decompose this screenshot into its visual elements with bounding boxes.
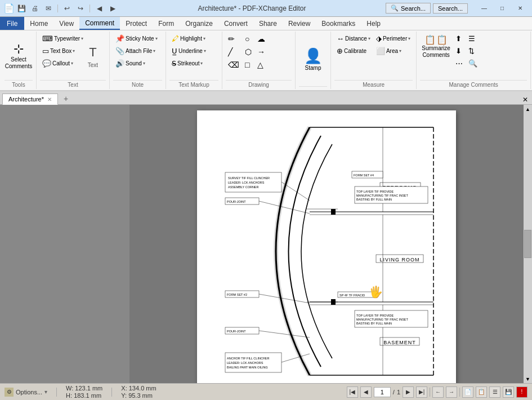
single-page-button[interactable]: 📄 — [462, 386, 473, 398]
menu-organize[interactable]: Organize — [180, 17, 218, 30]
menu-file[interactable]: File — [0, 17, 24, 30]
stamp-group-label — [299, 86, 327, 89]
prev-page-button[interactable]: ◀ — [360, 386, 372, 398]
highlight-button[interactable]: 🖍 Highlight ▾ — [169, 33, 208, 45]
position-group: X: 134.0 mm Y: 95.3 mm — [121, 385, 156, 399]
filter-button[interactable]: 🔍 — [466, 57, 480, 69]
perimeter-button[interactable]: ⬗ Perimeter ▾ — [374, 33, 413, 45]
next-page-button[interactable]: ▶ — [403, 386, 414, 398]
export-comments-button[interactable]: ⬇ — [453, 45, 465, 57]
callout-button[interactable]: 💬 Callout ▾ — [40, 57, 86, 69]
menu-help[interactable]: Help — [361, 17, 386, 30]
document-area[interactable]: BEDROOMS LIVING ROOM BASEMENT SURVEY TIF… — [129, 105, 524, 383]
import-comments-button[interactable]: ⬆ — [453, 33, 465, 45]
menu-share[interactable]: Share — [253, 17, 283, 30]
menu-bookmarks[interactable]: Bookmarks — [316, 17, 361, 30]
toolbar-separator-2 — [90, 5, 90, 12]
line-button[interactable]: ╱ — [226, 46, 242, 58]
underline-button[interactable]: U̲ Underline ▾ — [169, 45, 208, 57]
text-label: Text — [87, 62, 99, 68]
calibrate-button[interactable]: ⊕ Calibrate — [334, 45, 373, 57]
undo-button[interactable]: ↩ — [61, 3, 73, 14]
textbox-button[interactable]: ▭ Text Box ▾ — [40, 45, 86, 57]
close-all-tabs-button[interactable]: ✕ — [521, 95, 530, 104]
eraser-button[interactable]: ⌫ — [226, 59, 242, 71]
svg-text:ANCHOR TIF FILL CLINCHER: ANCHOR TIF FILL CLINCHER — [227, 357, 270, 360]
more-comments-button[interactable]: ⋯ — [453, 57, 465, 69]
main-area: BEDROOMS LIVING ROOM BASEMENT SURVEY TIF… — [0, 105, 532, 383]
save-button[interactable]: 💾 — [16, 3, 27, 14]
cloud-button[interactable]: ☁ — [255, 33, 267, 45]
circle-button[interactable]: ○ — [243, 33, 254, 45]
textbox-icon: ▭ — [42, 47, 49, 55]
print-button[interactable]: 🖨 — [29, 3, 41, 14]
first-page-button[interactable]: |◀ — [347, 386, 358, 398]
options-icon[interactable]: ⚙ — [5, 388, 14, 397]
menu-comment[interactable]: Comment — [79, 17, 120, 30]
menu-home[interactable]: Home — [24, 17, 53, 30]
save-status-button[interactable]: 💾 — [503, 386, 514, 398]
text-button[interactable]: T — [87, 43, 99, 61]
arrow-button[interactable]: → — [255, 46, 267, 58]
menu-convert[interactable]: Convert — [218, 17, 253, 30]
typewriter-button[interactable]: ⌨ Typewriter ▾ — [40, 33, 86, 45]
stamp-button[interactable]: 👤 Stamp — [299, 45, 327, 74]
last-page-button[interactable]: ▶| — [416, 386, 427, 398]
sticky-note-button[interactable]: 📌 Sticky Note ▾ — [113, 33, 160, 45]
scroll-up-button[interactable]: ▲ — [524, 105, 532, 113]
email-button[interactable]: ✉ — [43, 3, 54, 14]
strikeout-button[interactable]: S̶ Strikeout ▾ — [169, 57, 208, 69]
document-tab[interactable]: Architecture* ✕ — [2, 94, 58, 105]
distance-arrow: ▾ — [368, 36, 370, 41]
menu-protect[interactable]: Protect — [120, 17, 153, 30]
close-button[interactable]: ✕ — [513, 3, 527, 14]
find-button[interactable]: 🔍 Search... — [386, 3, 431, 14]
summarize-comments-button[interactable]: 📋 📋 SummarizeComments — [420, 33, 452, 60]
menu-form[interactable]: Form — [153, 17, 180, 30]
scroll-thumb[interactable] — [524, 230, 531, 258]
attach-file-label: Attach File — [126, 48, 152, 54]
select-comments-button[interactable]: ⊹ SelectComments — [5, 39, 33, 73]
scroll-down-button[interactable]: ▼ — [524, 375, 532, 383]
svg-rect-11 — [331, 209, 336, 215]
tab-close-button[interactable]: ✕ — [47, 96, 52, 103]
distance-button[interactable]: ↔ Distance ▾ — [334, 33, 373, 45]
underline-arrow: ▾ — [204, 48, 206, 54]
go-back-button[interactable]: ← — [432, 386, 444, 398]
area-button[interactable]: ⬜ Area ▾ — [374, 45, 413, 57]
highlight-label: Highlight — [180, 35, 202, 42]
redo-button[interactable]: ↪ — [75, 3, 86, 14]
ribbon-group-text: ⌨ Typewriter ▾ ▭ Text Box ▾ 💬 Callout ▾ — [37, 32, 110, 89]
triangle-button[interactable]: △ — [255, 59, 267, 71]
underline-icon: U̲ — [172, 47, 177, 55]
attach-file-button[interactable]: 📎 Attach File ▾ — [113, 45, 160, 57]
maximize-button[interactable]: □ — [495, 3, 509, 14]
options-label[interactable]: Options... — [16, 389, 42, 395]
window-title: Architecture* - PDF-XChange Editor — [118, 5, 386, 12]
filter-icon: 🔍 — [468, 59, 477, 68]
right-scrollbar[interactable]: ▲ ▼ — [524, 105, 532, 383]
menu-view[interactable]: View — [53, 17, 79, 30]
menu-review[interactable]: Review — [283, 17, 316, 30]
new-tab-button[interactable]: + — [60, 93, 71, 104]
page-number-input[interactable] — [374, 387, 391, 397]
textbox-arrow: ▾ — [73, 48, 75, 54]
pencil-button[interactable]: ✏ — [226, 33, 242, 45]
forward-button[interactable]: ▶ — [107, 3, 118, 14]
two-page-button[interactable]: 📋 — [476, 386, 487, 398]
back-button[interactable]: ◀ — [93, 3, 105, 14]
note-col: 📌 Sticky Note ▾ 📎 Attach File ▾ 🔊 Sound … — [113, 33, 160, 79]
sort-button[interactable]: ⇅ — [466, 45, 480, 57]
continuous-button[interactable]: ☰ — [489, 386, 500, 398]
minimize-button[interactable]: — — [477, 3, 491, 14]
status-sep-4 — [459, 388, 460, 397]
go-forward-button[interactable]: → — [446, 386, 457, 398]
app-icon[interactable]: 📄 — [5, 4, 14, 13]
sound-button[interactable]: 🔊 Sound ▾ — [113, 57, 160, 69]
polygon-button[interactable]: ⬡ — [243, 46, 254, 58]
svg-text:POUR-JOINT: POUR-JOINT — [227, 200, 246, 203]
error-button[interactable]: ! — [516, 386, 527, 398]
rect-button[interactable]: □ — [243, 59, 254, 71]
search-button[interactable]: Search... — [433, 3, 468, 14]
comment-list-button[interactable]: ☰ — [466, 33, 480, 45]
